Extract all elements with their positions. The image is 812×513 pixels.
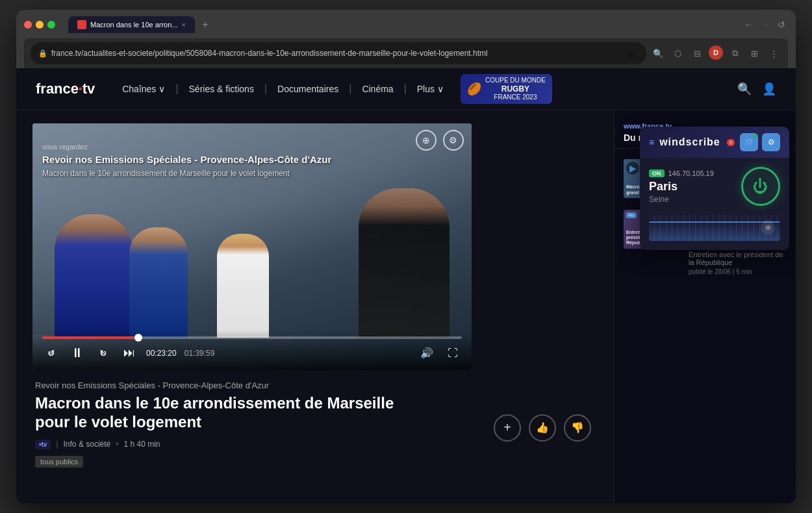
video-series-title: Revoir nos Emissions Spéciales - Provenc… bbox=[42, 153, 462, 166]
windscribe-on-badge: ON bbox=[649, 169, 665, 177]
controls-row: ↺ 10 ⏸ ↻ 10 ⏭ 00:23:20 bbox=[42, 344, 462, 362]
add-to-list-button[interactable]: + bbox=[494, 414, 521, 442]
url-text: france.tv/actualites-et-societe/politiqu… bbox=[51, 49, 619, 58]
forward-10-button[interactable]: ↻ 10 bbox=[94, 344, 112, 362]
plus-tv-badge: +tv bbox=[626, 212, 637, 218]
windscribe-location: ON 146.70.105.19 Paris Seine bbox=[649, 169, 732, 204]
video-info-wrapper: Revoir nos Emissions Spéciales - Provenc… bbox=[32, 381, 598, 468]
video-section: vous regardez Revoir nos Emissions Spéci… bbox=[16, 110, 614, 503]
video-top-icons: ⊕ ⚙ bbox=[416, 130, 464, 151]
video-overlay-title: vous regardez Revoir nos Emissions Spéci… bbox=[42, 143, 462, 178]
rewind-10-button[interactable]: ↺ 10 bbox=[42, 344, 60, 362]
windscribe-header: ≡ windscribe 5 ♡ ⚙ bbox=[640, 127, 789, 158]
windscribe-header-icons: ♡ ⚙ bbox=[740, 133, 780, 151]
nav-chaines[interactable]: Chaînes ∨ bbox=[114, 79, 173, 99]
ws-globe-button[interactable]: ⊕ bbox=[761, 220, 775, 234]
menu-icon[interactable]: ⋮ bbox=[766, 45, 781, 61]
nav-series[interactable]: Séries & fictions bbox=[181, 79, 262, 99]
play-icon-1: ▶ bbox=[626, 162, 639, 175]
windscribe-ip: 146.70.105.19 bbox=[668, 169, 714, 177]
extensions-icon[interactable]: ⧉ bbox=[727, 45, 742, 61]
new-tab-button[interactable]: + bbox=[197, 17, 213, 32]
video-watching-label: vous regardez bbox=[42, 143, 462, 151]
maximize-window-button[interactable] bbox=[47, 21, 55, 29]
search-icon-btn[interactable]: 🔍 bbox=[650, 45, 666, 61]
current-time: 00:23:20 bbox=[146, 349, 177, 358]
windscribe-settings-button[interactable]: ⚙ bbox=[762, 133, 780, 151]
progress-bar[interactable] bbox=[42, 336, 462, 339]
rugby-ball-icon: 🏉 bbox=[467, 82, 481, 96]
windscribe-badge: 5 bbox=[727, 139, 735, 146]
nav-cinema[interactable]: Cinéma bbox=[354, 79, 401, 99]
audience-badge: tous publics bbox=[35, 456, 83, 468]
windscribe-popup: ≡ windscribe 5 ♡ ⚙ ON 146.70.105.19 Pari… bbox=[640, 127, 789, 250]
thumbdown-button[interactable]: 👎 bbox=[564, 414, 591, 442]
video-controls: ↺ 10 ⏸ ↻ 10 ⏭ 00:23:20 bbox=[32, 330, 472, 370]
star-icon[interactable]: ☆ bbox=[623, 45, 639, 61]
back-button[interactable]: ← bbox=[741, 18, 755, 31]
progress-thumb[interactable] bbox=[134, 334, 142, 342]
windscribe-city: Paris bbox=[649, 180, 732, 194]
thumbup-button[interactable]: 👍 bbox=[529, 414, 556, 442]
site-header: france • tv Chaînes ∨ | Séries & fiction… bbox=[16, 68, 796, 110]
logo-tv-text: tv bbox=[82, 81, 95, 97]
nav-plus[interactable]: Plus ∨ bbox=[409, 79, 451, 99]
tab-favicon bbox=[77, 20, 86, 29]
video-player[interactable]: vous regardez Revoir nos Emissions Spéci… bbox=[32, 123, 472, 370]
logo-france-text: france bbox=[36, 81, 79, 97]
site-logo[interactable]: france • tv bbox=[36, 81, 95, 97]
traffic-lights bbox=[24, 21, 55, 29]
screenshot-icon[interactable]: ⬡ bbox=[670, 45, 685, 61]
header-right: 🔍 👤 bbox=[737, 82, 776, 96]
pause-button[interactable]: ⏸ bbox=[68, 344, 86, 362]
channel-badge: •tv bbox=[35, 440, 51, 449]
bookmark-icon[interactable]: ⊟ bbox=[689, 45, 705, 61]
browser-chrome: Macron dans le 10e arron... × + ← → ↺ 🔒 … bbox=[16, 10, 796, 68]
category-text: Info & société bbox=[64, 440, 111, 449]
nav-menu: Chaînes ∨ | Séries & fictions | Document… bbox=[114, 74, 737, 104]
windscribe-status: ON 146.70.105.19 bbox=[649, 169, 732, 177]
forward-button[interactable]: → bbox=[758, 18, 772, 31]
video-episode-title: Macron dans le 10e arrondissement de Mar… bbox=[42, 169, 462, 178]
extensions2-icon[interactable]: ⊞ bbox=[746, 45, 762, 61]
address-bar-row: 🔒 france.tv/actualites-et-societe/politi… bbox=[24, 38, 788, 68]
windscribe-menu-icon[interactable]: ≡ bbox=[649, 137, 654, 147]
reload-button[interactable]: ↺ bbox=[775, 18, 788, 31]
progress-fill bbox=[42, 336, 138, 339]
settings-icon[interactable]: ⚙ bbox=[443, 130, 464, 151]
browser-window: Macron dans le 10e arron... × + ← → ↺ 🔒 … bbox=[16, 10, 796, 503]
windscribe-heart-button[interactable]: ♡ bbox=[740, 133, 758, 151]
tab-bar: Macron dans le 10e arron... × + bbox=[68, 16, 731, 33]
minimize-window-button[interactable] bbox=[36, 21, 44, 29]
video-series-label-below: Revoir nos Emissions Spéciales - Provenc… bbox=[35, 381, 595, 390]
tab-title: Macron dans le 10e arron... bbox=[90, 21, 178, 29]
rugby-badge-text: COUPE DU MONDE RUGBY FRANCE 2023 bbox=[485, 77, 546, 101]
accessibility-icon[interactable]: ⊕ bbox=[416, 130, 437, 151]
next-button[interactable]: ⏭ bbox=[120, 344, 138, 362]
windscribe-logo: windscribe bbox=[659, 136, 720, 148]
tab-close-button[interactable]: × bbox=[182, 21, 186, 29]
address-bar[interactable]: 🔒 france.tv/actualites-et-societe/politi… bbox=[31, 42, 646, 64]
total-time: 01:39:59 bbox=[184, 349, 215, 358]
windscribe-network-viz: ⊕ bbox=[649, 215, 780, 241]
close-window-button[interactable] bbox=[24, 21, 32, 29]
windscribe-body: ON 146.70.105.19 Paris Seine ⏻ bbox=[640, 158, 789, 215]
related-date-2: publié le 28/06 | 5 min bbox=[689, 268, 787, 275]
browser-tab-active[interactable]: Macron dans le 10e arron... × bbox=[68, 16, 195, 33]
lock-icon: 🔒 bbox=[38, 49, 47, 58]
user-button[interactable]: 👤 bbox=[762, 82, 776, 96]
toolbar-icons: 🔍 ⬡ ⊟ D ⧉ ⊞ ⋮ bbox=[650, 45, 781, 61]
windscribe-region: Seine bbox=[649, 195, 732, 204]
browser-controls: Macron dans le 10e arron... × + ← → ↺ bbox=[24, 16, 788, 33]
search-button[interactable]: 🔍 bbox=[737, 82, 752, 96]
nav-documentaires[interactable]: Documentaires bbox=[270, 79, 346, 99]
rugby-badge[interactable]: 🏉 COUPE DU MONDE RUGBY FRANCE 2023 bbox=[461, 74, 552, 104]
page-content: france • tv Chaînes ∨ | Séries & fiction… bbox=[16, 68, 796, 503]
profile-icon[interactable]: D bbox=[709, 45, 723, 60]
windscribe-power-button[interactable]: ⏻ bbox=[741, 167, 780, 206]
duration-text: 1 h 40 min bbox=[123, 440, 160, 449]
fullscreen-button[interactable]: ⛶ bbox=[444, 344, 462, 362]
video-actions: + 👍 👎 bbox=[494, 414, 591, 442]
time-display: 00:23:20 01:39:59 bbox=[146, 349, 214, 358]
volume-button[interactable]: 🔊 bbox=[418, 344, 436, 362]
